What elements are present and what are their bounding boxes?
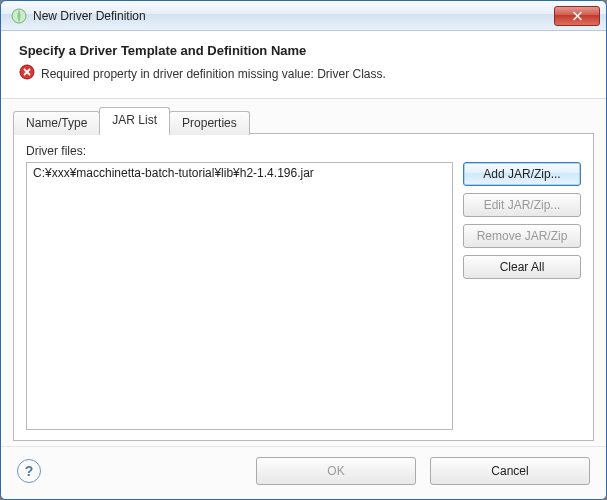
window-title: New Driver Definition <box>33 9 554 23</box>
help-icon[interactable]: ? <box>17 459 41 483</box>
tab-bar: Name/Type JAR List Properties <box>13 107 594 134</box>
jar-side-buttons: Add JAR/Zip... Edit JAR/Zip... Remove JA… <box>463 162 581 430</box>
driver-files-list[interactable]: C:¥xxx¥macchinetta-batch-tutorial¥lib¥h2… <box>26 162 453 430</box>
remove-jar-button: Remove JAR/Zip <box>463 224 581 248</box>
titlebar: New Driver Definition <box>1 1 606 31</box>
error-icon <box>19 64 35 84</box>
dialog-heading: Specify a Driver Template and Definition… <box>19 43 588 58</box>
tab-properties[interactable]: Properties <box>169 111 250 135</box>
clear-all-button[interactable]: Clear All <box>463 255 581 279</box>
cancel-button[interactable]: Cancel <box>430 457 590 485</box>
dialog-window: New Driver Definition Specify a Driver T… <box>0 0 607 500</box>
dialog-header: Specify a Driver Template and Definition… <box>1 31 606 99</box>
close-button[interactable] <box>554 6 600 26</box>
tab-panel-jar-list: Driver files: C:¥xxx¥macchinetta-batch-t… <box>13 133 594 441</box>
dialog-body: Name/Type JAR List Properties Driver fil… <box>1 99 606 446</box>
tab-jar-list[interactable]: JAR List <box>99 107 170 134</box>
edit-jar-button: Edit JAR/Zip... <box>463 193 581 217</box>
tab-name-type[interactable]: Name/Type <box>13 111 100 135</box>
dialog-footer: ? OK Cancel <box>1 446 606 499</box>
jar-list-row: C:¥xxx¥macchinetta-batch-tutorial¥lib¥h2… <box>26 162 581 430</box>
list-item[interactable]: C:¥xxx¥macchinetta-batch-tutorial¥lib¥h2… <box>31 165 448 181</box>
driver-files-label: Driver files: <box>26 144 581 158</box>
add-jar-button[interactable]: Add JAR/Zip... <box>463 162 581 186</box>
error-message: Required property in driver definition m… <box>41 67 386 81</box>
app-icon <box>11 8 27 24</box>
ok-button: OK <box>256 457 416 485</box>
error-row: Required property in driver definition m… <box>19 64 588 84</box>
